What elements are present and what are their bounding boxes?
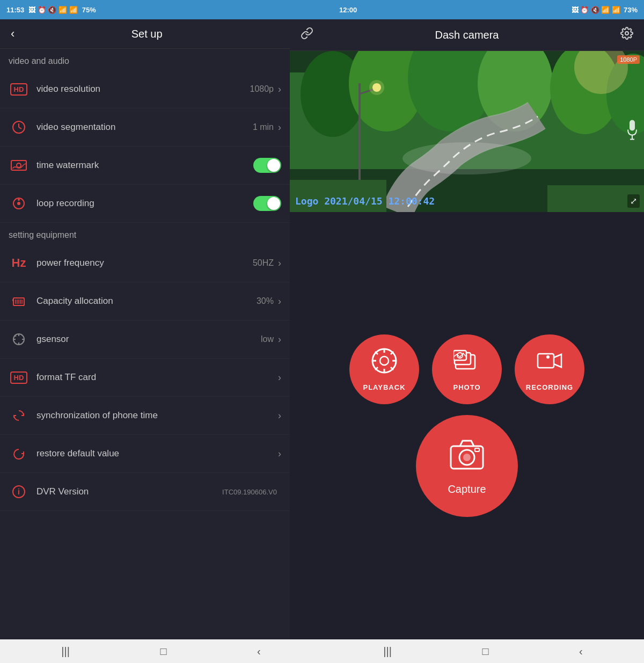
svg-line-2 <box>19 127 21 129</box>
menu-item-loop-recording[interactable]: loop recording <box>0 185 290 223</box>
restore-default-arrow: › <box>278 448 281 460</box>
video-segmentation-arrow: › <box>278 122 281 133</box>
bottom-nav-left: ||| □ ‹ <box>0 639 322 663</box>
format-icon: HD <box>9 367 29 388</box>
action-row-top: PLAYBACK PHOTO <box>349 334 584 404</box>
video-icon <box>536 347 563 379</box>
menu-item-gsensor[interactable]: gsensor low › <box>0 320 290 359</box>
menu-item-video-segmentation[interactable]: video segmentation 1 min › <box>0 108 290 147</box>
svg-rect-9 <box>12 299 14 301</box>
playback-button[interactable]: PLAYBACK <box>349 334 419 404</box>
format-tf-arrow: › <box>278 372 281 383</box>
capture-button[interactable]: Capture <box>416 415 518 517</box>
camera-title: Dash camera <box>313 29 620 41</box>
capture-icon <box>448 436 486 478</box>
section-setting-equipment: setting equipment <box>0 223 290 244</box>
menu-item-format-tf[interactable]: HD format TF card › <box>0 359 290 397</box>
main-layout: ‹ Set up video and audio HD video resolu… <box>0 19 644 639</box>
nav-home-right[interactable]: □ <box>482 645 488 658</box>
svg-point-36 <box>369 80 384 95</box>
left-icons: 🖼 ⏰ 🔇 📶 📶 <box>28 6 77 14</box>
playback-label: PLAYBACK <box>363 383 405 391</box>
right-battery: 73% <box>624 6 638 14</box>
time-watermark-toggle[interactable] <box>253 158 281 173</box>
dvr-version-label: DVR Version <box>36 486 222 497</box>
expand-icon[interactable]: ⤢ <box>627 194 640 208</box>
loop-recording-label: loop recording <box>36 198 253 209</box>
nav-menu-right[interactable]: ||| <box>383 645 392 658</box>
menu-item-sync-time[interactable]: synchronization of phone time › <box>0 397 290 435</box>
clock-icon <box>9 117 29 137</box>
power-frequency-label: power frequency <box>36 258 253 268</box>
video-resolution-label: video resolution <box>36 84 250 94</box>
menu-item-restore-default[interactable]: restore default value › <box>0 435 290 473</box>
svg-point-39 <box>402 142 531 174</box>
camera-header: Dash camera <box>290 19 644 51</box>
bottom-nav: ||| □ ‹ ||| □ ‹ <box>0 639 644 663</box>
left-header: ‹ Set up <box>0 19 290 49</box>
video-resolution-value: 1080p <box>250 84 274 94</box>
svg-point-7 <box>18 199 20 201</box>
back-button[interactable]: ‹ <box>11 27 14 41</box>
recording-button[interactable]: RECORDING <box>515 334 584 404</box>
gsensor-value: low <box>261 334 274 344</box>
power-frequency-arrow: › <box>278 258 281 269</box>
left-panel-title: Set up <box>131 28 163 40</box>
video-segmentation-label: video segmentation <box>36 122 253 133</box>
photo-button[interactable]: PHOTO <box>432 334 502 404</box>
photo-label: PHOTO <box>453 383 481 391</box>
restore-icon <box>9 443 29 464</box>
svg-rect-40 <box>630 120 635 131</box>
left-battery: 75% <box>82 6 96 14</box>
right-time: 12:00 <box>339 6 357 14</box>
capacity-allocation-label: Capacity allocation <box>36 296 257 307</box>
nav-back-left[interactable]: ‹ <box>257 645 261 658</box>
toggle-knob <box>267 159 280 172</box>
hd-icon: HD <box>9 79 29 99</box>
capacity-allocation-arrow: › <box>278 296 281 307</box>
svg-rect-57 <box>538 354 554 368</box>
gsensor-icon <box>9 329 29 349</box>
gsensor-label: gsensor <box>36 334 261 345</box>
svg-point-61 <box>463 454 471 461</box>
svg-point-4 <box>17 163 21 167</box>
menu-item-video-resolution[interactable]: HD video resolution 1080p › <box>0 70 290 108</box>
svg-point-58 <box>546 355 550 359</box>
sync-icon <box>9 405 29 426</box>
svg-rect-62 <box>475 448 479 451</box>
nav-menu-left[interactable]: ||| <box>61 645 70 658</box>
toggle-knob-loop <box>267 197 280 210</box>
recording-label: RECORDING <box>526 383 573 391</box>
status-bar-left: 11:53 🖼 ⏰ 🔇 📶 📶 75% <box>0 0 322 19</box>
bottom-nav-right: ||| □ ‹ <box>322 639 644 663</box>
nav-home-left[interactable]: □ <box>160 645 166 658</box>
storage-icon <box>9 291 29 311</box>
camera-mic-icon <box>626 119 639 144</box>
nav-back-right[interactable]: ‹ <box>579 645 583 658</box>
resolution-badge: 1080P <box>617 55 640 64</box>
capacity-allocation-value: 30% <box>257 296 274 306</box>
settings-icon[interactable] <box>620 27 633 43</box>
status-bars: 11:53 🖼 ⏰ 🔇 📶 📶 75% 12:00 🖼 ⏰ 🔇 📶 📶 73% <box>0 0 644 19</box>
menu-item-capacity-allocation[interactable]: Capacity allocation 30% › <box>0 282 290 320</box>
dvr-version-value: ITC09.190606.V0 <box>222 488 277 496</box>
link-icon[interactable] <box>301 27 313 43</box>
time-watermark-label: time watermark <box>36 160 253 171</box>
svg-rect-3 <box>11 161 26 170</box>
left-header-title-wrap: Set up <box>14 28 279 40</box>
svg-point-23 <box>625 32 628 35</box>
menu-item-power-frequency[interactable]: Hz power frequency 50HZ › <box>0 244 290 282</box>
video-resolution-arrow: › <box>278 84 281 95</box>
menu-item-time-watermark[interactable]: time watermark <box>0 147 290 185</box>
left-time: 11:53 <box>6 6 24 14</box>
film-icon <box>371 347 398 379</box>
hz-icon: Hz <box>9 253 29 273</box>
loop-recording-toggle[interactable] <box>253 196 281 211</box>
info-icon: i <box>9 482 29 502</box>
svg-point-6 <box>17 202 20 205</box>
status-bar-right: 12:00 🖼 ⏰ 🔇 📶 📶 73% <box>322 0 644 19</box>
sync-time-arrow: › <box>278 410 281 421</box>
sync-time-label: synchronization of phone time <box>36 410 278 421</box>
capture-label: Capture <box>448 483 486 496</box>
svg-text:i: i <box>18 487 20 496</box>
